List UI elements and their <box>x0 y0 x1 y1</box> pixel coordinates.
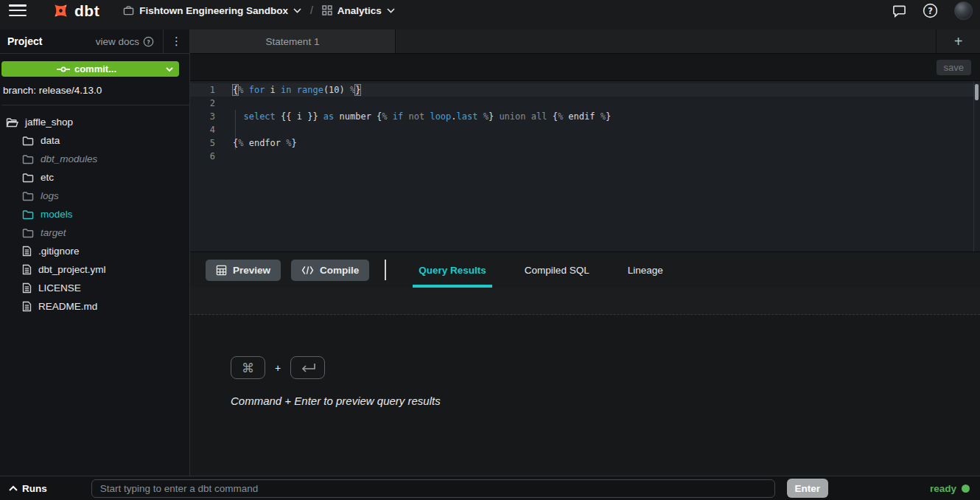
tab-lineage[interactable]: Lineage <box>622 252 669 288</box>
tree-item-jaffle-shop[interactable]: jaffle_shop <box>0 113 189 131</box>
line-number: 4 <box>190 123 223 136</box>
tree-item-readme-md[interactable]: README.md <box>0 297 189 316</box>
tab-compiled-sql[interactable]: Compiled SQL <box>519 252 595 288</box>
preview-button[interactable]: Preview <box>206 260 281 281</box>
file-tree: jaffle_shopdatadbt_modulesetclogsmodelst… <box>0 105 189 316</box>
tree-item-dbt-project-yml[interactable]: dbt_project.yml <box>0 260 189 279</box>
top-bar: dbt Fishtown Engineering Sandbox / Analy… <box>0 0 980 21</box>
dbt-logo[interactable]: dbt <box>52 1 99 20</box>
compile-button[interactable]: Compile <box>291 260 369 281</box>
dbt-logo-text: dbt <box>74 3 99 18</box>
line-number: 6 <box>190 150 223 163</box>
status-bar: Runs Enter ready <box>0 476 980 500</box>
chevron-down-icon <box>293 8 301 13</box>
tree-item-dbt-modules[interactable]: dbt_modules <box>0 150 189 168</box>
file-explorer-sidebar: Project view docs ? ⋮ commit... <box>0 29 190 476</box>
folder-icon <box>22 191 34 201</box>
file-icon <box>22 246 32 257</box>
plus-sign: + <box>275 362 281 374</box>
tree-item-label: dbt_modules <box>41 153 97 164</box>
tree-item-label: data <box>41 135 60 146</box>
code-brackets-icon <box>301 265 314 275</box>
project-name: Analytics <box>337 5 382 16</box>
line-number: 2 <box>190 97 223 110</box>
tree-item-label: logs <box>41 190 59 201</box>
results-empty-state: ⌘ + Command + Enter to preview query res… <box>190 315 980 476</box>
results-toolbar: Preview Compile Query Results Compiled S… <box>190 251 980 288</box>
docs-help-icon: ? <box>143 36 154 47</box>
commit-button[interactable]: commit... <box>1 61 179 77</box>
dbt-command-input[interactable] <box>91 479 775 498</box>
enter-button[interactable]: Enter <box>787 479 828 498</box>
tree-item-label: .gitignore <box>38 246 80 257</box>
tree-item-license[interactable]: LICENSE <box>0 279 189 297</box>
tab-query-results[interactable]: Query Results <box>413 252 492 288</box>
code-line-5[interactable]: 5{% endfor %} <box>190 136 980 150</box>
editor-scrollbar-track <box>973 81 980 251</box>
code-text: select {{ i }} as number {% if not loop.… <box>223 110 611 123</box>
tree-item-etc[interactable]: etc <box>0 168 189 187</box>
status-label: ready <box>930 483 956 494</box>
tree-item-label: README.md <box>38 301 97 312</box>
code-line-4[interactable]: 4 <box>190 123 980 136</box>
chat-icon[interactable] <box>892 4 906 18</box>
code-line-1[interactable]: 1{% for i in range(10) %} <box>190 83 980 97</box>
hamburger-menu-icon[interactable] <box>9 4 27 16</box>
code-text <box>223 97 233 110</box>
tree-item-label: target <box>41 227 66 238</box>
results-tabs: Query Results Compiled SQL Lineage <box>413 252 668 288</box>
tree-item-logs[interactable]: logs <box>0 187 189 205</box>
chevron-down-icon <box>387 8 395 13</box>
keyboard-hint-text: Command + Enter to preview query results <box>231 395 980 407</box>
save-button[interactable]: save <box>937 60 971 75</box>
help-icon[interactable]: ? <box>923 3 938 18</box>
folder-icon <box>22 136 34 146</box>
briefcase-icon <box>123 5 134 16</box>
line-number: 5 <box>190 136 223 150</box>
folder-icon <box>22 228 34 238</box>
sidebar-kebab-menu-icon[interactable]: ⋮ <box>163 29 189 53</box>
tree-item-data[interactable]: data <box>0 131 189 150</box>
dbt-logo-icon <box>52 1 70 20</box>
svg-text:?: ? <box>147 38 150 45</box>
editor-tab-statement-1[interactable]: Statement 1 <box>190 29 396 53</box>
new-tab-button[interactable]: + <box>936 29 980 53</box>
tree-item-label: etc <box>41 172 54 183</box>
svg-text:?: ? <box>928 5 933 15</box>
branch-label: branch: release/4.13.0 <box>1 77 189 105</box>
folder-icon <box>22 173 34 183</box>
code-text <box>223 150 233 163</box>
project-selector[interactable]: Analytics <box>322 5 395 16</box>
results-header-strip <box>190 288 980 315</box>
account-selector[interactable]: Fishtown Engineering Sandbox <box>123 5 301 16</box>
status-dot-icon <box>962 485 970 493</box>
breadcrumb-separator: / <box>310 4 313 16</box>
editor-scrollbar-thumb[interactable] <box>975 84 979 100</box>
folder-icon <box>22 154 34 164</box>
code-editor[interactable]: 1{% for i in range(10) %}23 select {{ i … <box>190 81 980 251</box>
commit-chevron-down-icon[interactable] <box>166 67 173 72</box>
tree-item-label: dbt_project.yml <box>38 264 106 275</box>
editor-tab-bar: Statement 1 + <box>190 29 980 54</box>
view-docs-link[interactable]: view docs ? <box>96 36 163 47</box>
tree-item-label: LICENSE <box>38 282 81 294</box>
user-avatar[interactable] <box>954 1 973 20</box>
commit-node-icon <box>57 66 70 73</box>
tree-item-target[interactable]: target <box>0 223 189 242</box>
folder-icon <box>22 209 34 220</box>
tree-item--gitignore[interactable]: .gitignore <box>0 242 189 260</box>
tree-item-label: jaffle_shop <box>25 117 73 128</box>
code-line-6[interactable]: 6 <box>190 150 980 163</box>
commit-label: commit... <box>74 63 116 74</box>
file-icon <box>22 301 32 312</box>
line-number: 3 <box>190 110 223 123</box>
code-line-2[interactable]: 2 <box>190 97 980 110</box>
code-line-3[interactable]: 3 select {{ i }} as number {% if not loo… <box>190 110 980 123</box>
code-text <box>223 123 233 136</box>
topbar-spacer <box>0 21 980 29</box>
runs-panel-toggle[interactable]: Runs <box>9 483 47 494</box>
code-text: {% for i in range(10) %} <box>223 83 360 97</box>
tree-item-models[interactable]: models <box>0 205 189 223</box>
folder-open-icon <box>6 117 18 128</box>
sidebar-title: Project <box>7 35 42 47</box>
